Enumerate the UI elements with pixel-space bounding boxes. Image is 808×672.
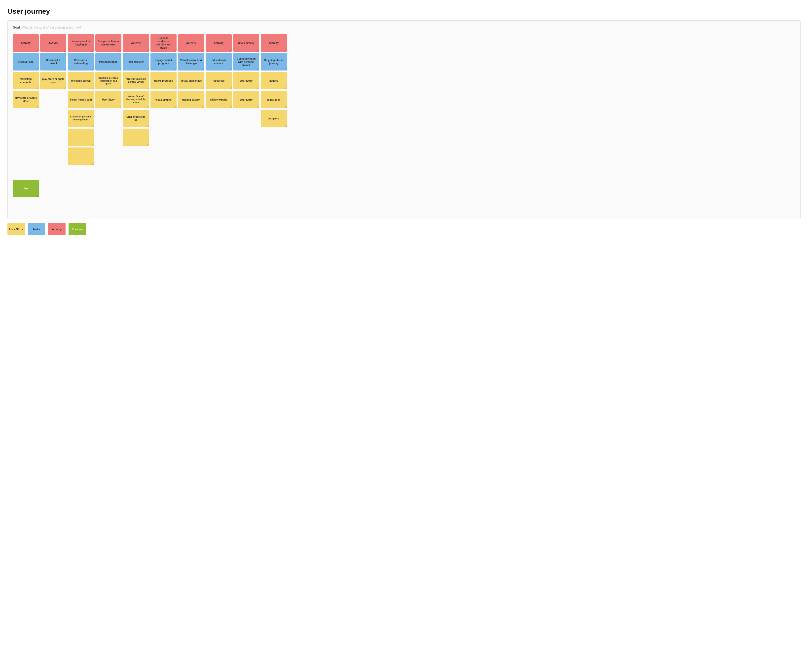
board: Activity Activity New account or logging… bbox=[13, 34, 795, 197]
goal-row: Goal What is the goal of the your user j… bbox=[13, 25, 795, 29]
legend-tasks: Tasks bbox=[28, 223, 45, 235]
task-col7[interactable]: Virtual workouts & challenges bbox=[178, 53, 204, 70]
task-col5[interactable]: Plan selection bbox=[123, 53, 149, 70]
stories-col10: badges milestones progress bbox=[261, 72, 287, 127]
stories-col4: Can fill in personal information and goa… bbox=[95, 72, 122, 108]
persona-row: User bbox=[13, 180, 795, 197]
activity-col2[interactable]: Activity bbox=[40, 34, 66, 52]
story-10-2[interactable]: milestones bbox=[261, 91, 287, 108]
story-3-2[interactable]: Select fitness path bbox=[68, 91, 94, 108]
story-6-2[interactable]: visual graphs bbox=[150, 91, 177, 108]
activity-col4[interactable]: Completes fitness assessment bbox=[95, 34, 122, 52]
story-5-1[interactable]: Personal training in person/ virtual bbox=[123, 72, 149, 89]
journey-board: Goal What is the goal of the your user j… bbox=[7, 20, 801, 219]
stories-col2: play store or apple store bbox=[40, 72, 66, 89]
activity-col7[interactable]: Activity bbox=[178, 34, 204, 52]
task-col9[interactable]: Communication with personal trainer bbox=[233, 53, 259, 70]
goal-label: Goal bbox=[13, 25, 20, 29]
story-6-1[interactable]: tracks progress bbox=[150, 72, 177, 89]
stories-row: marketing channels play store or apple s… bbox=[13, 72, 795, 165]
task-col1[interactable]: Discover app bbox=[13, 53, 39, 70]
legend-activity: Activity bbox=[48, 223, 65, 235]
stories-col8: resources advice experts bbox=[205, 72, 232, 108]
story-10-3[interactable]: progress bbox=[261, 110, 287, 127]
activity-col6[interactable]: Uploads workouts, nutrition and goals bbox=[150, 34, 177, 52]
stories-col9: User Story User Story bbox=[233, 72, 259, 108]
story-5-2[interactable]: Group fitness/ classes, schedule, virtua… bbox=[123, 91, 149, 108]
story-3-1[interactable]: Welcome screen bbox=[68, 72, 94, 89]
stories-col5: Personal training in person/ virtual Gro… bbox=[123, 72, 149, 146]
stories-col7: Virtual challenges ranking system bbox=[178, 72, 204, 108]
story-7-2[interactable]: ranking system bbox=[178, 91, 204, 108]
story-4-2[interactable]: User Story bbox=[95, 91, 122, 108]
activity-row: Activity Activity New account or logging… bbox=[13, 34, 795, 52]
activity-col1[interactable]: Activity bbox=[13, 34, 39, 52]
activity-col5[interactable]: Activity bbox=[123, 34, 149, 52]
red-line-indicator bbox=[94, 229, 109, 229]
activity-col8[interactable]: Activity bbox=[205, 34, 232, 52]
story-7-1[interactable]: Virtual challenges bbox=[178, 72, 204, 89]
legend: User Story Tasks Activity Persona bbox=[7, 223, 801, 235]
stories-col3: Welcome screen Select fitness path Class… bbox=[68, 72, 94, 165]
story-8-1[interactable]: resources bbox=[205, 72, 232, 89]
stories-col6: tracks progress visual graphs bbox=[150, 72, 177, 108]
legend-green-box[interactable]: Persona bbox=[68, 223, 86, 235]
task-col6[interactable]: Engagement & progress bbox=[150, 53, 177, 70]
task-col4[interactable]: Personalization bbox=[95, 53, 122, 70]
activity-col3[interactable]: New account or logging in bbox=[68, 34, 94, 52]
story-2-1[interactable]: play store or apple store bbox=[40, 72, 66, 89]
story-10-1[interactable]: badges bbox=[261, 72, 287, 89]
story-8-2[interactable]: advice experts bbox=[205, 91, 232, 108]
story-3-4[interactable] bbox=[68, 128, 94, 146]
story-9-1[interactable]: User Story bbox=[233, 72, 259, 89]
tasks-row: Discover app Download & Install Welcome … bbox=[13, 53, 795, 70]
stories-col1: marketing channels play store or apple s… bbox=[13, 72, 39, 108]
task-col10[interactable]: On going fitness journey bbox=[261, 53, 287, 70]
story-3-5[interactable] bbox=[68, 147, 94, 165]
user-persona[interactable]: User bbox=[13, 180, 39, 197]
task-col2[interactable]: Download & Install bbox=[40, 53, 66, 70]
legend-red-box[interactable]: Activity bbox=[48, 223, 65, 235]
legend-yellow-box[interactable]: User Story bbox=[7, 223, 25, 235]
goal-placeholder: What is the goal of the your user journe… bbox=[22, 25, 82, 29]
story-5-4[interactable] bbox=[123, 128, 149, 146]
task-col8[interactable]: Educational content bbox=[205, 53, 232, 70]
story-9-2[interactable]: User Story bbox=[233, 91, 259, 108]
task-col3[interactable]: Welcome & onboarding bbox=[68, 53, 94, 70]
legend-persona: Persona bbox=[68, 223, 86, 235]
story-5-3[interactable]: Challenges sign up bbox=[123, 110, 149, 127]
legend-user-story: User Story bbox=[7, 223, 25, 235]
activity-col10[interactable]: Activity bbox=[261, 34, 287, 52]
story-4-1[interactable]: Can fill in personal information and goa… bbox=[95, 72, 122, 89]
story-1-1[interactable]: marketing channels bbox=[13, 72, 39, 89]
activity-col9[interactable]: Chats directly bbox=[233, 34, 259, 52]
story-3-3[interactable]: Classes or personal training / both bbox=[68, 110, 94, 127]
legend-blue-box[interactable]: Tasks bbox=[28, 223, 45, 235]
page-title: User journey bbox=[7, 7, 801, 15]
story-1-2[interactable]: play store or apple store bbox=[13, 91, 39, 108]
legend-line bbox=[94, 229, 109, 229]
